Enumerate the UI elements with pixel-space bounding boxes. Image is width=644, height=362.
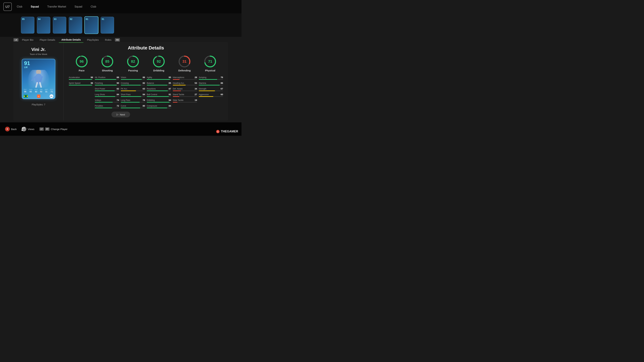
club-logo: U7: [3, 2, 12, 11]
player-name: Vini Jr.: [31, 47, 46, 52]
player-figure: [28, 70, 49, 88]
attr-row: Long Pass78: [121, 99, 145, 103]
card-91-active[interactable]: 91: [84, 16, 98, 34]
attributes-title: Attribute Details: [69, 45, 223, 51]
attr-bar: [173, 96, 197, 97]
attr-value: 91: [169, 93, 171, 96]
card-92[interactable]: 92: [69, 17, 82, 33]
attr-label: Balance: [147, 82, 154, 84]
playstyles-label: PlayStyles: 7: [32, 103, 45, 106]
attr-row: Acceleration96: [69, 76, 93, 80]
attr-bar-fill: [95, 102, 113, 103]
card-94[interactable]: 94: [37, 17, 50, 33]
tab-player-details[interactable]: Player Details: [37, 37, 58, 42]
attr-bar-fill: [95, 96, 115, 97]
tab-playstyles[interactable]: PlayStyles: [84, 37, 102, 42]
attr-value: 86: [143, 76, 145, 79]
attr-value: 53: [195, 82, 197, 84]
attr-row: Ball Control91: [147, 93, 171, 97]
attr-value: 34: [195, 87, 197, 90]
attr-bar: [199, 90, 223, 91]
card-91-rating: 91: [86, 17, 88, 20]
nav-club[interactable]: Club: [15, 4, 24, 9]
attr-bar-fill: [95, 79, 116, 80]
attr-label: Penalties: [95, 105, 103, 107]
attr-bar: [69, 85, 93, 85]
nav-squad2[interactable]: Squad: [73, 4, 84, 9]
b-button[interactable]: B: [5, 127, 10, 131]
tab-player-bio[interactable]: Player Bio: [19, 37, 36, 42]
attr-value: 84: [143, 93, 145, 96]
r-button[interactable]: ◀ R ▶: [22, 127, 26, 131]
change-player-control: LT RT Change Player: [40, 127, 68, 131]
card-position: LW: [24, 66, 30, 68]
attr-label: Interceptions: [173, 76, 184, 79]
attr-row: Finishing90: [95, 82, 119, 85]
card-rating-big: 91: [24, 60, 30, 66]
attr-bar-fill: [121, 85, 141, 85]
attr-bar: [147, 79, 171, 80]
lt-button[interactable]: LT: [40, 127, 44, 131]
attr-row: Curve80: [121, 105, 145, 108]
card-stat-pac-label: PAC: [24, 89, 27, 90]
category-physical: 71 Physical: [198, 55, 223, 72]
attr-value: 82: [143, 82, 145, 84]
attr-bar-fill: [147, 79, 170, 80]
attr-value: 85: [169, 82, 171, 84]
card-91b[interactable]: 91: [100, 17, 114, 33]
attr-bar-fill: [173, 90, 181, 91]
bottom-bar: B Back ◀ R ▶ Views LT RT Change Player 1…: [0, 122, 242, 136]
rt-button[interactable]: RT: [45, 127, 50, 131]
attr-value: 78: [143, 99, 145, 101]
attr-label: Composure: [147, 105, 157, 107]
attr-bar-fill: [147, 108, 167, 108]
attr-bar-fill: [69, 79, 92, 80]
attr-bar-fill: [147, 102, 170, 103]
lb-controller: LB: [14, 38, 18, 41]
attr-value: 63: [143, 87, 145, 90]
real-madrid-badge: RM: [50, 94, 53, 98]
attr-bar-fill: [173, 102, 178, 103]
attr-label: Reactions: [147, 88, 156, 90]
attr-bar: [95, 90, 119, 91]
card-93[interactable]: 93: [53, 17, 66, 33]
card-stat-sho-label: SHO: [29, 89, 32, 90]
attr-value: 88: [117, 76, 119, 79]
attr-row: Jumping76: [199, 76, 223, 80]
category-defending-name: Defending: [178, 69, 190, 72]
card-94-rating: 94: [38, 18, 40, 20]
attr-bar: [95, 79, 119, 80]
rb-controller: RB: [115, 38, 120, 41]
attr-label: Sprint Speed: [69, 82, 80, 84]
attr-bar: [147, 102, 171, 103]
card-95[interactable]: 95: [21, 17, 34, 33]
attr-label: Ball Control: [147, 93, 157, 96]
gauge-shooting: 85: [100, 55, 114, 68]
attr-value: 74: [117, 99, 119, 101]
attr-label: Finishing: [95, 82, 103, 84]
card-stat-sho: SHO 85: [29, 89, 32, 93]
svg-line-4: [36, 83, 37, 87]
next-button[interactable]: ▷ Next: [112, 112, 130, 117]
attr-value: 27: [195, 93, 197, 96]
attr-bar-fill: [95, 90, 115, 91]
gauge-passing: 82: [126, 55, 140, 68]
attr-bar-fill: [121, 96, 141, 97]
nav-transfer-market[interactable]: Transfer Market: [46, 4, 68, 9]
nav-club2[interactable]: Club: [89, 4, 98, 9]
change-player-label: Change Player: [51, 128, 68, 131]
attr-bar-fill: [121, 90, 136, 91]
gauge-defending: 31: [178, 55, 191, 68]
attr-bar-fill: [199, 85, 220, 85]
attr-column-physical: Jumping76Stamina86Strength67Aggression60: [199, 76, 223, 108]
attr-column-dribbling: Agility95Balance85Reactions87Ball Contro…: [147, 76, 171, 108]
attr-column-defending: Interceptions28Heading Acc.53Def. Aware3…: [173, 76, 197, 108]
nav-squad[interactable]: Squad: [29, 4, 40, 9]
attributes-grid: Acceleration96Sprint Speed96Att. Positio…: [69, 76, 223, 108]
attr-row: Vision86: [121, 76, 145, 80]
card-top: 91 LW: [22, 59, 55, 70]
tab-roles[interactable]: Roles: [102, 37, 114, 42]
card-stat-pac: PAC 96: [24, 89, 27, 93]
tab-attribute-details[interactable]: Attribute Details: [59, 37, 84, 43]
back-label: Back: [11, 128, 16, 131]
